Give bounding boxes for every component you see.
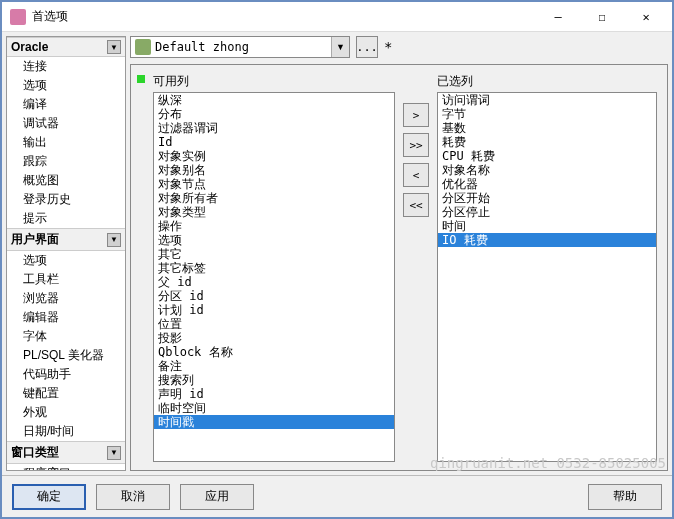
list-item[interactable]: 对象类型	[154, 205, 394, 219]
category-item[interactable]: 选项	[7, 251, 125, 270]
category-header[interactable]: 窗口类型▼	[7, 441, 125, 464]
close-button[interactable]: ✕	[624, 3, 668, 31]
list-item[interactable]: 位置	[154, 317, 394, 331]
category-item[interactable]: 外观	[7, 403, 125, 422]
selected-label: 已选列	[437, 73, 657, 90]
category-item[interactable]: 编译	[7, 95, 125, 114]
move-all-left-button[interactable]: <<	[403, 193, 429, 217]
chevron-down-icon[interactable]: ▼	[107, 446, 121, 460]
chevron-down-icon[interactable]: ▼	[331, 37, 349, 57]
category-item[interactable]: PL/SQL 美化器	[7, 346, 125, 365]
category-item[interactable]: 连接	[7, 57, 125, 76]
help-button[interactable]: 帮助	[588, 484, 662, 510]
list-item[interactable]: CPU 耗费	[438, 149, 656, 163]
list-item[interactable]: 字节	[438, 107, 656, 121]
available-list[interactable]: 纵深分布过滤器谓词Id对象实例对象别名对象节点对象所有者对象类型操作选项其它其它…	[153, 92, 395, 462]
move-all-right-button[interactable]: >>	[403, 133, 429, 157]
minimize-button[interactable]: —	[536, 3, 580, 31]
category-item[interactable]: 浏览器	[7, 289, 125, 308]
category-tree[interactable]: Oracle▼连接选项编译调试器输出跟踪概览图登录历史提示用户界面▼选项工具栏浏…	[6, 36, 126, 471]
list-item[interactable]: 访问谓词	[438, 93, 656, 107]
ok-button[interactable]: 确定	[12, 484, 86, 510]
list-item[interactable]: 分区开始	[438, 191, 656, 205]
list-item[interactable]: 基数	[438, 121, 656, 135]
category-item[interactable]: 键配置	[7, 384, 125, 403]
list-item[interactable]: 对象所有者	[154, 191, 394, 205]
list-item[interactable]: 投影	[154, 331, 394, 345]
category-item[interactable]: 提示	[7, 209, 125, 228]
category-item[interactable]: 概览图	[7, 171, 125, 190]
list-item[interactable]: 搜索列	[154, 373, 394, 387]
profile-icon	[135, 39, 151, 55]
list-item[interactable]: 时间	[438, 219, 656, 233]
list-item[interactable]: 分布	[154, 107, 394, 121]
chevron-down-icon[interactable]: ▼	[107, 233, 121, 247]
profile-name: Default zhong	[155, 40, 331, 54]
move-left-button[interactable]: <	[403, 163, 429, 187]
category-header[interactable]: Oracle▼	[7, 37, 125, 57]
list-item[interactable]: Id	[154, 135, 394, 149]
category-item[interactable]: 调试器	[7, 114, 125, 133]
list-item[interactable]: 时间戳	[154, 415, 394, 429]
apply-button[interactable]: 应用	[180, 484, 254, 510]
list-item[interactable]: 对象名称	[438, 163, 656, 177]
columns-panel: 可用列 纵深分布过滤器谓词Id对象实例对象别名对象节点对象所有者对象类型操作选项…	[130, 64, 668, 471]
category-item[interactable]: 输出	[7, 133, 125, 152]
list-item[interactable]: 计划 id	[154, 303, 394, 317]
move-right-button[interactable]: >	[403, 103, 429, 127]
list-item[interactable]: 对象实例	[154, 149, 394, 163]
status-dot-icon	[137, 75, 145, 83]
category-item[interactable]: 代码助手	[7, 365, 125, 384]
category-item[interactable]: 日期/时间	[7, 422, 125, 441]
list-item[interactable]: 操作	[154, 219, 394, 233]
list-item[interactable]: 分区 id	[154, 289, 394, 303]
list-item[interactable]: 对象别名	[154, 163, 394, 177]
list-item[interactable]: 纵深	[154, 93, 394, 107]
category-item[interactable]: 程序窗口	[7, 464, 125, 471]
list-item[interactable]: 其它	[154, 247, 394, 261]
list-item[interactable]: 声明 id	[154, 387, 394, 401]
list-item[interactable]: 对象节点	[154, 177, 394, 191]
list-item[interactable]: 其它标签	[154, 261, 394, 275]
cancel-button[interactable]: 取消	[96, 484, 170, 510]
list-item[interactable]: 备注	[154, 359, 394, 373]
list-item[interactable]: 分区停止	[438, 205, 656, 219]
category-header[interactable]: 用户界面▼	[7, 228, 125, 251]
list-item[interactable]: IO 耗费	[438, 233, 656, 247]
title-bar: 首选项 — ☐ ✕	[2, 2, 672, 32]
category-item[interactable]: 编辑器	[7, 308, 125, 327]
list-item[interactable]: 优化器	[438, 177, 656, 191]
category-item[interactable]: 登录历史	[7, 190, 125, 209]
window-title: 首选项	[32, 8, 536, 25]
category-item[interactable]: 字体	[7, 327, 125, 346]
list-item[interactable]: 选项	[154, 233, 394, 247]
chevron-down-icon[interactable]: ▼	[107, 40, 121, 54]
available-label: 可用列	[153, 73, 395, 90]
list-item[interactable]: 父 id	[154, 275, 394, 289]
profile-browse-button[interactable]: ...	[356, 36, 378, 58]
list-item[interactable]: 耗费	[438, 135, 656, 149]
selected-list[interactable]: 访问谓词字节基数耗费CPU 耗费对象名称优化器分区开始分区停止时间IO 耗费	[437, 92, 657, 462]
category-item[interactable]: 工具栏	[7, 270, 125, 289]
maximize-button[interactable]: ☐	[580, 3, 624, 31]
modified-indicator: *	[384, 39, 392, 55]
app-icon	[10, 9, 26, 25]
category-item[interactable]: 选项	[7, 76, 125, 95]
list-item[interactable]: 临时空间	[154, 401, 394, 415]
profile-select[interactable]: Default zhong ▼	[130, 36, 350, 58]
list-item[interactable]: 过滤器谓词	[154, 121, 394, 135]
category-item[interactable]: 跟踪	[7, 152, 125, 171]
list-item[interactable]: Qblock 名称	[154, 345, 394, 359]
